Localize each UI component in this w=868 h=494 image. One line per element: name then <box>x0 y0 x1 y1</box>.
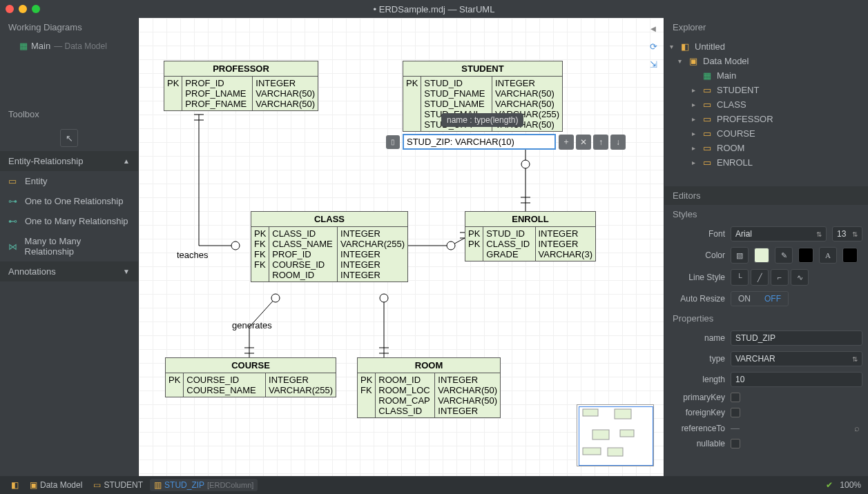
search-icon[interactable]: ⌕ <box>854 423 860 433</box>
window-title: • ERDSample.mdj — StarUML <box>374 4 495 14</box>
prop-name-label: name <box>670 333 725 343</box>
prop-length-input[interactable] <box>731 372 862 387</box>
tree-entity-course[interactable]: ▸▭COURSE <box>664 126 868 141</box>
chevron-right-icon: ▸ <box>692 144 700 152</box>
prop-nullable-label: nullable <box>670 439 725 448</box>
refresh-button[interactable]: ⟳ <box>646 39 661 54</box>
tree-entity-enroll[interactable]: ▸▭ENROLL <box>664 155 868 170</box>
explorer-header: Explorer <box>664 18 868 37</box>
entity-enroll[interactable]: ENROLL PKPK STUD_IDCLASS_IDGRADE INTEGER… <box>465 211 596 261</box>
autoresize-on[interactable]: ON <box>731 292 758 306</box>
zoom-level[interactable]: 100% <box>840 480 861 490</box>
tool-one-to-many[interactable]: ⊷One to Many Relationship <box>0 211 138 231</box>
entity-icon: ▭ <box>703 114 714 124</box>
annotations-section-header[interactable]: Annotations ▼ <box>0 261 138 281</box>
add-column-button[interactable]: ＋ <box>559 135 574 150</box>
many-to-many-icon: ⋈ <box>8 241 19 252</box>
arrow-up-icon: ↑ <box>599 137 603 147</box>
prop-nullable-checkbox[interactable] <box>731 439 740 448</box>
entity-room[interactable]: ROOM PKFK ROOM_IDROOM_LOCROOM_CAPCLASS_I… <box>357 357 501 418</box>
linestyle-oblique-button[interactable]: ╱ <box>751 269 769 286</box>
fill-color-swatch[interactable] <box>754 248 769 263</box>
working-diagram-label: Main <box>31 41 50 51</box>
color-label: Color <box>670 250 725 260</box>
linestyle-label: Line Style <box>670 273 725 282</box>
tool-one-to-one[interactable]: ⊶One to One Relationship <box>0 191 138 211</box>
font-size-select[interactable]: 13⇅ <box>832 226 862 241</box>
fit-button[interactable]: ⇲ <box>646 57 661 72</box>
inline-column-editor: ▯ ＋ ✕ ↑ ↓ <box>386 134 626 150</box>
project-icon: ◧ <box>681 41 692 52</box>
entity-professor[interactable]: PROFESSOR PK PROF_IDPROF_LNAMEPROF_FNAME… <box>164 61 318 111</box>
entity-icon: ▭ <box>703 85 714 95</box>
autoresize-off[interactable]: OFF <box>758 292 788 306</box>
properties-header: Properties <box>664 309 868 328</box>
statusbar: ◧ ▣Data Model ▭STUDENT ▥STUD_ZIP[ERDColu… <box>0 476 868 494</box>
chevron-down-icon: ▾ <box>670 43 678 50</box>
font-family-select[interactable]: Arial⇅ <box>731 226 827 241</box>
autoresize-toggle[interactable]: ON OFF <box>731 291 789 306</box>
tree-data-model[interactable]: ▾▣Data Model <box>664 54 868 68</box>
select-tool[interactable]: ↖ <box>60 129 78 147</box>
linestyle-rect-button[interactable]: └ <box>731 269 749 286</box>
window-close-button[interactable] <box>6 5 14 13</box>
line-tool-icon[interactable]: ✎ <box>775 247 793 264</box>
one-to-one-icon: ⊶ <box>8 196 19 206</box>
entity-title: ENROLL <box>465 212 595 227</box>
entity-title: ROOM <box>358 358 500 373</box>
entity-icon: ▭ <box>703 128 714 139</box>
diagram-canvas[interactable]: teaches generates PROFESSOR PK PROF_IDPR… <box>139 18 664 476</box>
tree-root[interactable]: ▾◧Untitled <box>664 39 868 54</box>
prop-name-input[interactable] <box>731 330 862 346</box>
drag-handle-icon[interactable]: ▯ <box>386 135 400 149</box>
tree-entity-class[interactable]: ▸▭CLASS <box>664 97 868 112</box>
window-zoom-button[interactable] <box>32 5 40 13</box>
validation-ok-icon[interactable]: ✔ <box>826 480 833 490</box>
working-diagram-main[interactable]: ▦ Main — Data Model <box>0 37 138 55</box>
prop-length-label: length <box>670 375 725 384</box>
tree-entity-professor[interactable]: ▸▭PROFESSOR <box>664 112 868 126</box>
window-minimize-button[interactable] <box>19 5 27 13</box>
minimap[interactable] <box>577 404 654 466</box>
entity-course[interactable]: COURSE PK COURSE_IDCOURSE_NAME INTEGERVA… <box>165 357 336 397</box>
tree-entity-room[interactable]: ▸▭ROOM <box>664 141 868 155</box>
sb-stud-zip[interactable]: ▥STUD_ZIP[ERDColumn] <box>150 479 258 491</box>
tree-entity-student[interactable]: ▸▭STUDENT <box>664 83 868 97</box>
fill-tool-icon[interactable]: ▧ <box>731 247 749 264</box>
sb-student[interactable]: ▭STUDENT <box>89 479 147 491</box>
erd-diagram-icon: ▦ <box>19 41 28 51</box>
er-section-header[interactable]: Entity-Relationship ▲ <box>0 151 138 171</box>
prop-fk-checkbox[interactable] <box>731 408 740 417</box>
linestyle-curve-button[interactable]: ∿ <box>791 269 809 286</box>
tree-diagram-main[interactable]: ▦Main <box>664 68 868 83</box>
chevron-up-icon: ▲ <box>123 157 130 165</box>
move-down-button[interactable]: ↓ <box>610 135 626 150</box>
rel-label-teaches: teaches <box>177 250 209 260</box>
linestyle-rounded-button[interactable]: ⌐ <box>771 269 789 286</box>
prop-pk-checkbox[interactable] <box>731 393 740 402</box>
move-up-button[interactable]: ↑ <box>593 135 608 150</box>
column-definition-input[interactable] <box>403 134 556 150</box>
svg-point-2 <box>447 241 455 250</box>
sb-project[interactable]: ◧ <box>7 479 23 491</box>
project-icon: ◧ <box>11 480 19 490</box>
tool-entity[interactable]: ▭Entity <box>0 171 138 191</box>
right-panel: Explorer ▾◧Untitled ▾▣Data Model ▦Main ▸… <box>664 18 868 476</box>
arrow-down-icon: ↓ <box>616 137 620 147</box>
bird-view-button[interactable]: ◄ <box>646 21 661 36</box>
erd-diagram-icon: ▦ <box>703 70 714 81</box>
rel-label-generates: generates <box>232 320 272 330</box>
prop-type-select[interactable]: VARCHAR⇅ <box>731 351 862 366</box>
svg-point-1 <box>521 160 530 168</box>
line-color-swatch[interactable] <box>798 248 813 263</box>
entity-class[interactable]: CLASS PKFKFKFK CLASS_IDCLASS_NAMEPROF_ID… <box>251 211 408 282</box>
remove-column-button[interactable]: ✕ <box>576 135 591 150</box>
svg-rect-8 <box>620 430 634 437</box>
autoresize-label: Auto Resize <box>670 294 725 304</box>
sb-data-model[interactable]: ▣Data Model <box>26 479 86 491</box>
text-tool-icon[interactable]: A <box>819 247 837 264</box>
chevron-right-icon: ▸ <box>692 130 700 137</box>
text-color-swatch[interactable] <box>842 248 858 263</box>
tool-many-to-many[interactable]: ⋈Many to Many Relationship <box>0 231 138 261</box>
titlebar: • ERDSample.mdj — StarUML <box>0 0 868 18</box>
